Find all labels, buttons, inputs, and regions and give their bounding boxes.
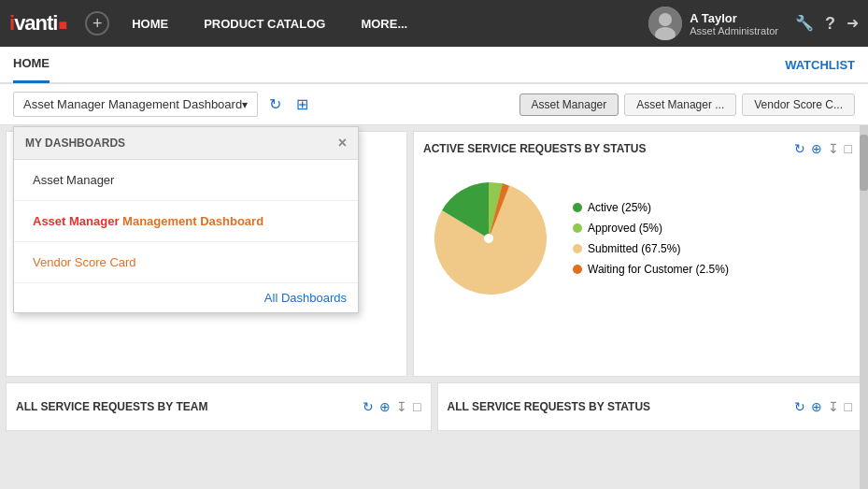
card-icons: ↻ ⊕ ↧ □ bbox=[794, 399, 852, 414]
right-card-legend: Active (25%) Approved (5%) Submitted (67… bbox=[573, 201, 729, 276]
card-icons: ↻ ⊕ ↧ □ bbox=[363, 399, 420, 414]
legend-label: Approved (5%) bbox=[588, 222, 662, 235]
tab-buttons: Asset Manager Asset Manager ... Vendor S… bbox=[519, 93, 855, 116]
nav-product-catalog[interactable]: PRODUCT CATALOG bbox=[191, 0, 338, 47]
legend-dot bbox=[573, 223, 582, 233]
all-dashboards-link[interactable]: All Dashboards bbox=[14, 283, 358, 312]
logo: ivanti■ bbox=[9, 11, 66, 36]
logo-text: ivanti■ bbox=[9, 11, 66, 36]
all-service-requests-by-status-card: ALL SERVICE REQUESTS BY STATUS ↻ ⊕ ↧ □ bbox=[437, 382, 863, 431]
refresh-icon[interactable]: ↻ bbox=[794, 399, 805, 414]
layout-icon[interactable]: ⊞ bbox=[292, 93, 312, 115]
tab-asset-manager[interactable]: Asset Manager bbox=[519, 93, 619, 116]
page-scrollbar[interactable] bbox=[860, 125, 868, 489]
chevron-down-icon: ▾ bbox=[242, 98, 248, 111]
top-navigation: ivanti■ + HOME PRODUCT CATALOG MORE... A… bbox=[0, 0, 868, 47]
card-icons: ↻ ⊕ ↧ □ bbox=[794, 141, 852, 156]
legend-item-active: Active (25%) bbox=[573, 201, 729, 214]
toolbar: Asset Manager Management Dashboard ▾ ↻ ⊞… bbox=[0, 84, 868, 125]
dropdown-item-management-dashboard[interactable]: Asset Manager Management Dashboard bbox=[14, 201, 358, 242]
all-service-requests-by-team-card: ALL SERVICE REQUESTS BY TEAM ↻ ⊕ ↧ □ bbox=[6, 382, 432, 431]
nav-home[interactable]: HOME bbox=[119, 0, 181, 47]
scrollbar-thumb[interactable] bbox=[860, 135, 868, 191]
add-button[interactable]: + bbox=[85, 11, 109, 36]
username: A Taylor bbox=[690, 11, 778, 25]
export-icon[interactable]: ↧ bbox=[828, 399, 839, 414]
legend-item-waiting: Waiting for Customer (2.5%) bbox=[573, 263, 729, 276]
logout-icon[interactable]: ➜ bbox=[847, 14, 859, 34]
export-icon[interactable]: ↧ bbox=[396, 399, 407, 414]
help-icon[interactable]: ? bbox=[825, 14, 835, 34]
nav-action-icons: 🔧 ? ➜ bbox=[795, 14, 859, 34]
user-area: A Taylor Asset Administrator 🔧 ? ➜ bbox=[648, 7, 859, 40]
user-role: Asset Administrator bbox=[690, 25, 778, 36]
dropdown-item-vendor-score-card[interactable]: Vendor Score Card bbox=[14, 242, 358, 283]
card-title: ALL SERVICE REQUESTS BY STATUS bbox=[448, 400, 651, 413]
dashboard-selector-label: Asset Manager Management Dashboard bbox=[23, 97, 242, 111]
export-icon[interactable]: ↧ bbox=[828, 141, 839, 156]
active-service-requests-card: ACTIVE SERVICE REQUESTS BY STATUS ↻ ⊕ ↧ … bbox=[413, 131, 862, 377]
bottom-row: ALL SERVICE REQUESTS BY TEAM ↻ ⊕ ↧ □ ALL… bbox=[6, 382, 862, 484]
sub-navigation: HOME WATCHLIST bbox=[0, 47, 868, 84]
watchlist-link[interactable]: WATCHLIST bbox=[785, 58, 855, 72]
maximize-icon[interactable]: □ bbox=[845, 141, 852, 156]
refresh-icon[interactable]: ↻ bbox=[363, 399, 374, 414]
tab-vendor-score[interactable]: Vendor Score C... bbox=[742, 93, 855, 116]
svg-point-1 bbox=[659, 13, 672, 26]
svg-point-3 bbox=[484, 234, 493, 243]
pie-area: Active (25%) Approved (5%) Submitted (67… bbox=[423, 164, 852, 313]
legend-label: Submitted (67.5%) bbox=[588, 242, 680, 255]
my-dashboards-dropdown: MY DASHBOARDS × Asset Manager Asset Mana… bbox=[13, 126, 359, 313]
legend-label: Active (25%) bbox=[588, 201, 651, 214]
dropdown-header: MY DASHBOARDS × bbox=[14, 127, 358, 160]
card-header: ACTIVE SERVICE REQUESTS BY STATUS ↻ ⊕ ↧ … bbox=[423, 141, 852, 156]
legend-dot bbox=[573, 265, 582, 274]
maximize-icon[interactable]: □ bbox=[845, 399, 852, 414]
card-title: ALL SERVICE REQUESTS BY TEAM bbox=[16, 400, 207, 413]
active-requests-pie-chart bbox=[423, 173, 554, 304]
legend-dot bbox=[573, 244, 582, 253]
maximize-icon[interactable]: □ bbox=[413, 399, 420, 414]
dropdown-item-asset-manager[interactable]: Asset Manager bbox=[14, 160, 358, 201]
avatar bbox=[648, 7, 682, 40]
link-icon[interactable]: ⊕ bbox=[811, 399, 822, 414]
dropdown-title: MY DASHBOARDS bbox=[25, 137, 125, 150]
nav-more[interactable]: MORE... bbox=[348, 0, 420, 47]
wrench-icon[interactable]: 🔧 bbox=[795, 14, 814, 34]
home-tab[interactable]: HOME bbox=[13, 46, 50, 83]
dashboard-selector[interactable]: Asset Manager Management Dashboard ▾ bbox=[13, 92, 258, 117]
card-title: ACTIVE SERVICE REQUESTS BY STATUS bbox=[423, 142, 647, 155]
tab-asset-manager-2[interactable]: Asset Manager ... bbox=[624, 93, 736, 116]
legend-item-approved: Approved (5%) bbox=[573, 222, 729, 235]
legend-item-submitted: Submitted (67.5%) bbox=[573, 242, 729, 255]
legend-label: Waiting for Customer (2.5%) bbox=[588, 263, 729, 276]
legend-dot bbox=[573, 203, 582, 212]
dropdown-close-button[interactable]: × bbox=[338, 135, 347, 151]
refresh-icon[interactable]: ↻ bbox=[794, 141, 805, 156]
user-info: A Taylor Asset Administrator bbox=[690, 11, 778, 36]
link-icon[interactable]: ⊕ bbox=[811, 141, 822, 156]
refresh-icon[interactable]: ↻ bbox=[265, 93, 285, 115]
link-icon[interactable]: ⊕ bbox=[379, 399, 391, 414]
